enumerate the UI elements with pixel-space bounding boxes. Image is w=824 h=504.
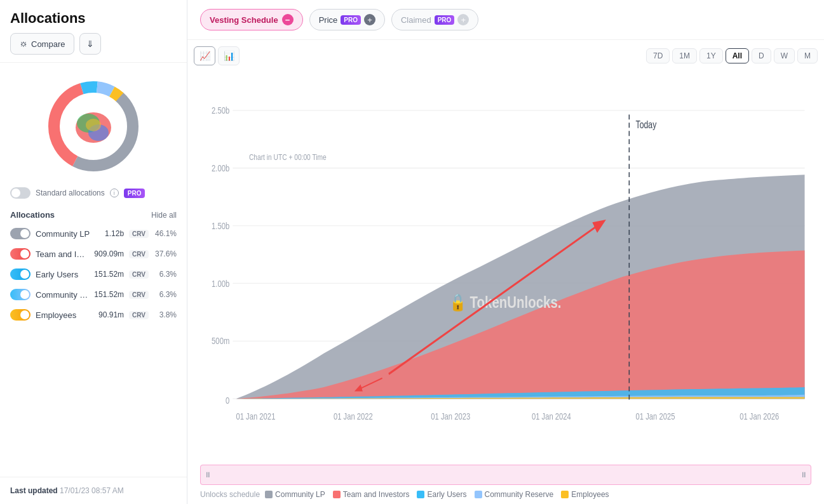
hide-all-button[interactable]: Hide all bbox=[151, 211, 177, 220]
legend-color-swatch bbox=[475, 491, 482, 498]
sidebar-actions: ⛭ Compare ⇓ bbox=[10, 33, 177, 55]
time-range-button-m[interactable]: M bbox=[797, 48, 818, 63]
chart-scrollbar[interactable]: ⏸ ⏸ bbox=[200, 465, 811, 485]
legend-color-swatch bbox=[417, 491, 424, 498]
legend-item-label: Early Users bbox=[427, 490, 466, 499]
legend-item: Community Reserve bbox=[475, 490, 554, 499]
donut-container bbox=[43, 76, 144, 177]
scrollbar-handle[interactable] bbox=[200, 465, 811, 485]
sidebar-footer: Last updated 17/01/23 08:57 AM bbox=[0, 477, 187, 504]
allocation-name: Employees bbox=[36, 310, 93, 320]
legend-item-label: Team and Investors bbox=[343, 490, 410, 499]
svg-text:01 Jan 2026: 01 Jan 2026 bbox=[740, 411, 779, 421]
legend-item-label: Community Reserve bbox=[485, 490, 554, 499]
page-title: Allocations bbox=[10, 10, 177, 27]
svg-text:Chart in UTC + 00:00 Time: Chart in UTC + 00:00 Time bbox=[249, 152, 327, 161]
crv-badge: CRV bbox=[129, 291, 149, 299]
allocation-percent: 6.3% bbox=[154, 290, 177, 299]
scroll-right-button[interactable]: ⏸ bbox=[800, 470, 807, 479]
topbar: Vesting Schedule − Price PRO + Claimed P… bbox=[187, 0, 824, 40]
svg-text:2.00b: 2.00b bbox=[212, 163, 229, 174]
price-button[interactable]: Price PRO + bbox=[309, 9, 385, 30]
line-chart-button[interactable]: 📈 bbox=[194, 46, 215, 65]
compare-icon: ⛭ bbox=[20, 39, 28, 49]
svg-text:01 Jan 2024: 01 Jan 2024 bbox=[532, 411, 571, 421]
compare-button[interactable]: ⛭ Compare bbox=[10, 33, 74, 55]
chart-area: 📈 📊 7D1M1YAllDWM 2.50b 2.00b 1.50b bbox=[187, 40, 824, 504]
info-icon[interactable]: i bbox=[110, 189, 119, 197]
time-range-buttons: 7D1M1YAllDWM bbox=[646, 48, 818, 63]
svg-text:1.00b: 1.00b bbox=[212, 278, 229, 289]
legend-item-label: Employees bbox=[571, 490, 609, 499]
add-price-icon[interactable]: + bbox=[364, 14, 375, 25]
allocation-amount: 151.52m bbox=[94, 270, 124, 279]
allocation-amount: 1.12b bbox=[105, 229, 124, 238]
allocation-toggle[interactable] bbox=[10, 248, 30, 260]
allocations-list: Community LP 1.12b CRV 46.1% Team and In… bbox=[0, 223, 187, 325]
claimed-button[interactable]: Claimed PRO + bbox=[391, 9, 478, 30]
allocation-toggle[interactable] bbox=[10, 269, 30, 280]
standard-allocations-label: Standard allocations bbox=[36, 189, 105, 197]
allocation-name: Early Users bbox=[36, 270, 89, 279]
svg-text:0: 0 bbox=[226, 395, 229, 406]
time-range-button-7d[interactable]: 7D bbox=[646, 48, 670, 63]
standard-allocations-row: Standard allocations i PRO bbox=[0, 183, 187, 205]
allocation-name: Community R... bbox=[36, 290, 89, 300]
remove-vesting-icon[interactable]: − bbox=[282, 14, 294, 25]
allocation-toggle[interactable] bbox=[10, 228, 30, 239]
allocation-percent: 6.3% bbox=[154, 270, 177, 279]
allocation-item: Early Users 151.52m CRV 6.3% bbox=[0, 264, 187, 284]
last-updated-label: Last updated bbox=[10, 486, 58, 495]
svg-text:01 Jan 2021: 01 Jan 2021 bbox=[236, 411, 275, 421]
crv-badge: CRV bbox=[129, 270, 149, 279]
legend-item: Team and Investors bbox=[333, 490, 410, 499]
allocation-percent: 3.8% bbox=[154, 310, 177, 319]
legend-item-label: Community LP bbox=[275, 490, 325, 499]
price-label: Price bbox=[319, 15, 338, 25]
svg-text:1.50b: 1.50b bbox=[212, 220, 229, 231]
download-button[interactable]: ⇓ bbox=[79, 33, 101, 55]
allocations-title: Allocations bbox=[10, 210, 55, 220]
allocation-name: Team and Inv... bbox=[36, 249, 89, 259]
allocation-item: Community R... 151.52m CRV 6.3% bbox=[0, 284, 187, 305]
svg-text:500m: 500m bbox=[212, 336, 229, 347]
download-icon: ⇓ bbox=[86, 39, 94, 49]
scroll-left-button[interactable]: ⏸ bbox=[204, 470, 212, 479]
crv-badge: CRV bbox=[129, 230, 149, 238]
add-claimed-icon[interactable]: + bbox=[457, 14, 469, 25]
time-range-button-1m[interactable]: 1M bbox=[672, 48, 697, 63]
svg-text:01 Jan 2022: 01 Jan 2022 bbox=[334, 411, 373, 421]
time-range-button-d[interactable]: D bbox=[752, 48, 771, 63]
chart-wrapper: 2.50b 2.00b 1.50b 1.00b 500m 0 Today bbox=[194, 69, 818, 465]
allocation-toggle[interactable] bbox=[10, 289, 30, 300]
main-content: Vesting Schedule − Price PRO + Claimed P… bbox=[187, 0, 824, 504]
legend-color-swatch bbox=[265, 491, 273, 498]
chart-legend: Unlocks schedule Community LP Team and I… bbox=[194, 485, 818, 504]
crv-badge: CRV bbox=[129, 311, 149, 319]
claimed-label: Claimed bbox=[401, 15, 431, 25]
main-chart-svg: 2.50b 2.00b 1.50b 1.00b 500m 0 Today bbox=[194, 69, 818, 465]
allocation-amount: 151.52m bbox=[94, 290, 124, 299]
svg-text:01 Jan 2023: 01 Jan 2023 bbox=[431, 411, 470, 421]
sidebar: Allocations ⛭ Compare ⇓ bbox=[0, 0, 187, 504]
vesting-schedule-label: Vesting Schedule bbox=[210, 15, 278, 25]
time-range-button-all[interactable]: All bbox=[726, 48, 749, 63]
svg-text:2.50b: 2.50b bbox=[212, 105, 229, 116]
legend-color-swatch bbox=[333, 491, 341, 498]
allocation-item: Employees 90.91m CRV 3.8% bbox=[0, 305, 187, 325]
allocation-name: Community LP bbox=[36, 229, 100, 239]
legend-color-swatch bbox=[561, 491, 569, 498]
bar-chart-button[interactable]: 📊 bbox=[218, 46, 240, 65]
svg-text:Today: Today bbox=[636, 119, 657, 131]
time-range-button-w[interactable]: W bbox=[774, 48, 795, 63]
legend-prefix-label: Unlocks schedule bbox=[200, 490, 260, 499]
price-pro-badge: PRO bbox=[341, 15, 361, 25]
time-range-button-1y[interactable]: 1Y bbox=[699, 48, 723, 63]
allocations-header: Allocations Hide all bbox=[0, 205, 187, 223]
standard-allocations-toggle[interactable] bbox=[10, 187, 30, 199]
allocation-amount: 909.09m bbox=[94, 249, 124, 258]
vesting-schedule-button[interactable]: Vesting Schedule − bbox=[200, 9, 303, 30]
pro-badge: PRO bbox=[124, 189, 145, 198]
svg-point-8 bbox=[86, 119, 101, 131]
allocation-toggle[interactable] bbox=[10, 309, 30, 321]
